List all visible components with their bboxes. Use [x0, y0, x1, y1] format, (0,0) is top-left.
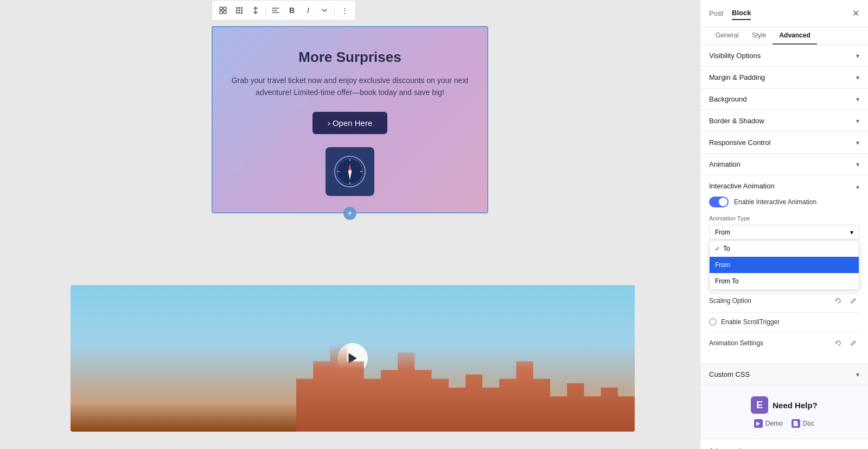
custom-css-header[interactable]: Custom CSS ▾ [700, 364, 868, 385]
svg-rect-2 [220, 11, 222, 14]
block-toolbar: B I ⋮ [212, 0, 356, 21]
visibility-options-header[interactable]: Visibility Options ▾ [700, 45, 868, 66]
animation-type-section: Animation Type From ▾ ✓ To From [709, 215, 859, 240]
svg-rect-8 [239, 10, 240, 11]
background-header[interactable]: Background ▾ [700, 88, 868, 110]
arrows-button[interactable] [248, 3, 263, 18]
margin-padding-header[interactable]: Margin & Padding ▾ [700, 67, 868, 88]
accordion-interactive-animation: Interactive Animation ▴ Enable Interacti… [700, 175, 868, 364]
border-chevron-icon: ▾ [856, 117, 859, 125]
option-to-label: To [723, 245, 730, 252]
tab-block[interactable]: Block [732, 7, 751, 20]
animation-type-trigger[interactable]: From ▾ [709, 225, 859, 240]
svg-rect-12 [241, 12, 242, 14]
italic-button[interactable]: I [301, 3, 316, 18]
visibility-options-label: Visibility Options [709, 52, 761, 60]
demo-label: Demo [765, 420, 783, 427]
building-silhouette [296, 344, 635, 432]
bold-button[interactable]: B [284, 3, 299, 18]
responsive-control-label: Responsive Control [709, 138, 770, 147]
custom-css-chevron-icon: ▾ [856, 371, 859, 378]
advanced-footer[interactable]: Advanced ▾ [700, 439, 868, 449]
scroll-trigger-radio[interactable] [709, 318, 717, 326]
svg-rect-3 [224, 11, 226, 14]
tab-post[interactable]: Post [709, 7, 723, 20]
doc-link[interactable]: 📄 Doc [792, 419, 814, 428]
close-panel-button[interactable]: ✕ [852, 8, 859, 18]
custom-css-label: Custom CSS [709, 370, 750, 378]
interactive-animation-content: Enable Interactive Animation Animation T… [700, 197, 868, 363]
enable-interactive-animation-toggle[interactable] [709, 197, 729, 207]
sub-tab-style[interactable]: Style [745, 27, 773, 45]
open-here-button[interactable]: › Open Here [312, 112, 388, 134]
svg-rect-11 [239, 12, 240, 14]
need-help-section: E Need Help? ▶ Demo 📄 Doc [700, 385, 868, 439]
need-help-logo-icon: E [751, 396, 768, 414]
svg-rect-0 [220, 7, 222, 10]
travel-card-description: Grab your travel ticket now and enjoy ex… [229, 74, 471, 99]
animation-chevron-icon: ▾ [856, 161, 859, 168]
scaling-option-edit-button[interactable] [847, 295, 859, 307]
svg-rect-5 [239, 7, 240, 9]
dropdown-option-to[interactable]: ✓ To [710, 241, 859, 257]
need-help-header: E Need Help? [709, 396, 859, 414]
animation-settings-reset-button[interactable] [832, 337, 844, 349]
animation-settings-row: Animation Settings [709, 331, 859, 355]
more-options-button[interactable]: ⋮ [337, 3, 352, 18]
animation-settings-edit-button[interactable] [847, 337, 859, 349]
accordion-responsive: Responsive Control ▾ [700, 132, 868, 154]
interactive-animation-label: Interactive Animation [709, 182, 775, 190]
animation-header[interactable]: Animation ▾ [700, 154, 868, 175]
grid-button[interactable] [232, 3, 247, 18]
demo-link[interactable]: ▶ Demo [754, 419, 783, 428]
border-shadow-label: Border & Shadow [709, 117, 764, 125]
dropdown-button[interactable] [317, 3, 332, 18]
add-block-button[interactable]: + [343, 207, 356, 220]
animation-label: Animation [709, 160, 741, 168]
dropdown-option-from[interactable]: From [710, 257, 859, 273]
sub-tab-general[interactable]: General [709, 27, 745, 45]
scaling-option-reset-button[interactable] [832, 295, 844, 307]
dropdown-chevron-icon: ▾ [850, 229, 853, 236]
enable-interactive-animation-label: Enable Interactive Animation [734, 198, 816, 206]
enable-scroll-trigger-row: Enable ScrollTrigger [709, 312, 859, 331]
accordion-margin: Margin & Padding ▾ [700, 67, 868, 88]
svg-point-24 [348, 170, 352, 173]
animation-type-label: Animation Type [709, 215, 859, 222]
need-help-links: ▶ Demo 📄 Doc [709, 419, 859, 428]
accordion-animation: Animation ▾ [700, 154, 868, 175]
animation-settings-actions [832, 337, 859, 349]
interactive-animation-chevron-icon: ▴ [856, 182, 859, 190]
travel-card-title: More Surprises [229, 49, 471, 66]
video-card-block [71, 285, 635, 432]
block-type-button[interactable] [215, 3, 231, 18]
border-shadow-header[interactable]: Border & Shadow ▾ [700, 110, 868, 131]
background-chevron-icon: ▾ [856, 96, 859, 103]
accordion-border: Border & Shadow ▾ [700, 110, 868, 132]
animation-type-dropdown: From ▾ ✓ To From From To [709, 225, 859, 240]
scroll-trigger-label: Enable ScrollTrigger [721, 318, 780, 326]
demo-icon: ▶ [754, 419, 763, 428]
panel-header: Post Block ✕ [700, 0, 868, 27]
scaling-option-actions [832, 295, 859, 307]
visibility-chevron-icon: ▾ [856, 52, 859, 60]
margin-padding-label: Margin & Padding [709, 73, 765, 81]
need-help-title: Need Help? [773, 401, 818, 410]
doc-icon: 📄 [792, 419, 800, 428]
svg-rect-10 [236, 12, 238, 14]
enable-interactive-animation-row: Enable Interactive Animation [709, 197, 859, 207]
align-button[interactable] [268, 3, 283, 18]
interactive-animation-header[interactable]: Interactive Animation ▴ [700, 175, 868, 197]
doc-label: Doc [803, 420, 814, 427]
responsive-control-header[interactable]: Responsive Control ▾ [700, 132, 868, 153]
advanced-chevron-icon: ▾ [856, 447, 859, 449]
travel-card-block: More Surprises Grab your travel ticket n… [212, 26, 488, 213]
accordion-visibility: Visibility Options ▾ [700, 45, 868, 67]
sub-tab-advanced[interactable]: Advanced [773, 27, 816, 45]
from-to-label: From To [715, 277, 739, 285]
divider [265, 5, 266, 16]
dropdown-option-from-to[interactable]: From To [710, 273, 859, 289]
margin-chevron-icon: ▾ [856, 74, 859, 81]
accordion-background: Background ▾ [700, 88, 868, 110]
right-panel: Post Block ✕ General Style Advanced Visi… [700, 0, 868, 449]
